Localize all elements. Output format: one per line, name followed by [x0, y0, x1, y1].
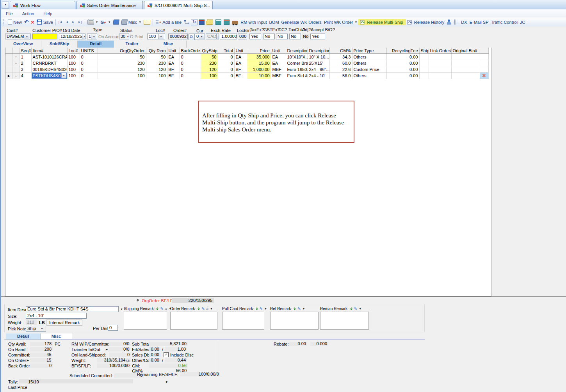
- grid-column-header[interactable]: Loc#: [67, 48, 80, 54]
- grid-cell[interactable]: 230: [98, 60, 146, 66]
- nav-next-button[interactable]: ►: [70, 20, 77, 24]
- sort-icon[interactable]: [256, 307, 258, 310]
- grid-cell[interactable]: 0: [180, 54, 201, 60]
- view-tab-misc[interactable]: Misc: [150, 41, 187, 48]
- delete-row-button[interactable]: ✕: [480, 73, 488, 79]
- grid-cell[interactable]: 120: [146, 66, 167, 73]
- new-button[interactable]: New: [7, 19, 23, 25]
- grid-cell[interactable]: [429, 54, 451, 60]
- expand-arrow-icon[interactable]: ▶: [27, 359, 29, 362]
- ord-date-field[interactable]: 12/18/2025▼: [59, 34, 85, 39]
- cc-field[interactable]: No: [276, 34, 288, 39]
- grid-column-header[interactable]: QtyShip: [201, 48, 218, 54]
- grid-cell[interactable]: 0: [80, 54, 98, 60]
- grid-cell[interactable]: 1: [20, 54, 31, 60]
- grid-cell[interactable]: EA: [271, 60, 286, 66]
- delete-button[interactable]: ×: [30, 19, 36, 25]
- menu-help[interactable]: Help: [39, 11, 57, 16]
- grid-cell[interactable]: 0.00: [386, 73, 419, 79]
- add-a-line-button[interactable]: Add a line: [154, 19, 183, 25]
- remark-textarea[interactable]: [270, 312, 319, 330]
- more-icon[interactable]: »: [165, 307, 167, 311]
- expand-arrow-icon[interactable]: ▶: [27, 353, 29, 357]
- menu-action[interactable]: Action: [18, 11, 39, 16]
- order-search-button[interactable]: [189, 34, 195, 40]
- gstex-field[interactable]: No: [263, 34, 275, 39]
- grid-cell[interactable]: 0: [80, 60, 98, 66]
- grid-cell[interactable]: 120: [98, 66, 146, 73]
- chevron-down-icon[interactable]: ▼: [210, 307, 213, 310]
- taxchk-field[interactable]: No: [289, 34, 301, 39]
- row-select-indicator[interactable]: ▶: [5, 73, 12, 79]
- grid-cell[interactable]: EA: [234, 54, 247, 60]
- grid-cell[interactable]: BF: [167, 73, 180, 79]
- grid-cell[interactable]: 0: [180, 60, 201, 66]
- grid-column-header[interactable]: Item#: [31, 48, 67, 54]
- sort-icon[interactable]: [156, 307, 158, 310]
- calculator2-button[interactable]: [222, 19, 231, 26]
- grid-cell[interactable]: [480, 60, 488, 66]
- grid-cell[interactable]: 2x4 - 10': [308, 73, 329, 79]
- grid-cell[interactable]: EA: [271, 54, 286, 60]
- grid-column-header[interactable]: Unit: [271, 48, 286, 54]
- grid-cell[interactable]: [451, 60, 480, 66]
- grid-cell[interactable]: 22.6: [329, 66, 352, 73]
- grid-column-header[interactable]: Unit: [167, 48, 180, 54]
- grid-cell[interactable]: [419, 60, 429, 66]
- edit-pencil-icon[interactable]: ✎: [201, 307, 205, 311]
- grid-cell[interactable]: [419, 73, 429, 79]
- grid-cell[interactable]: MBF: [271, 73, 286, 79]
- chevron-down-icon[interactable]: ▼: [158, 34, 164, 39]
- chevron-down-icon[interactable]: ▼: [359, 307, 361, 310]
- view-tab-overview[interactable]: OverView: [5, 41, 41, 48]
- grid-cell[interactable]: 100: [98, 73, 146, 79]
- grid-column-header[interactable]: OrgQtyOrder: [98, 48, 146, 54]
- grid-cell[interactable]: BF: [234, 66, 247, 73]
- goto-button[interactable]: G↵▼: [100, 19, 112, 25]
- grid-cell[interactable]: 100: [67, 73, 80, 79]
- traffic-control-button[interactable]: Traffic Control: [490, 19, 519, 25]
- grid-cell[interactable]: 230: [201, 60, 218, 66]
- save-button[interactable]: Save: [36, 19, 54, 25]
- grid-cell[interactable]: 4: [20, 73, 31, 79]
- print-button[interactable]: ▼: [86, 19, 100, 25]
- grid-cell[interactable]: BF: [167, 66, 180, 73]
- grid-cell[interactable]: 2: [20, 60, 31, 66]
- grid-cell[interactable]: 50: [146, 54, 167, 60]
- tab-list-dropdown[interactable]: ▾: [2, 2, 9, 9]
- grid-cell[interactable]: 100: [146, 73, 167, 79]
- chevron-down-icon[interactable]: ▼: [303, 307, 305, 310]
- grid-cell[interactable]: 2x4 - 96"...: [308, 66, 329, 73]
- grid-cell[interactable]: 0: [80, 73, 98, 79]
- sort-icon[interactable]: [294, 307, 296, 310]
- include-disc-checkbox[interactable]: ✓: [164, 352, 169, 357]
- expand-arrow-icon[interactable]: ▶: [106, 348, 108, 351]
- grid-column-header[interactable]: GM%: [329, 48, 352, 54]
- grid-cell[interactable]: PSTKDHS4S020410▼: [31, 73, 67, 79]
- grid-cell[interactable]: 25'X15': [308, 60, 329, 66]
- grid-cell[interactable]: 10.00: [247, 73, 271, 79]
- sort-icon[interactable]: [198, 307, 200, 310]
- grid-cell[interactable]: Others: [352, 54, 386, 60]
- cust-field[interactable]: DAVELM▼: [5, 34, 31, 39]
- grid-cell[interactable]: [451, 73, 480, 79]
- frt-value[interactable]: 0.00: [149, 347, 160, 351]
- grid-column-header[interactable]: Seq#: [20, 48, 31, 54]
- grid-cell[interactable]: [451, 66, 480, 73]
- refresh-button[interactable]: ↻: [191, 19, 198, 25]
- grid-cell[interactable]: 120: [201, 66, 218, 73]
- grid-column-header[interactable]: ShipS: [419, 48, 429, 54]
- bottom-tab-detail[interactable]: Detail: [6, 333, 41, 339]
- grid-cell[interactable]: Custom Price: [352, 66, 386, 73]
- reorder-lines-button[interactable]: [183, 19, 191, 25]
- more-icon[interactable]: »: [206, 307, 209, 311]
- grid-cell[interactable]: [480, 66, 488, 73]
- grid-cell[interactable]: Others: [352, 60, 386, 66]
- grid-cell[interactable]: 35.000: [247, 54, 271, 60]
- grid-column-header[interactable]: Qty Rem: [146, 48, 167, 54]
- grid-cell[interactable]: 0: [218, 66, 234, 73]
- currency-code-field[interactable]: CAD▼: [206, 34, 219, 39]
- chevron-down-icon[interactable]: ▼: [125, 34, 129, 39]
- tab-so-multi-ship[interactable]: S/O 00009021 Multi-Ship S... ✕: [144, 1, 213, 9]
- grid-column-header[interactable]: UNITS: [80, 48, 98, 54]
